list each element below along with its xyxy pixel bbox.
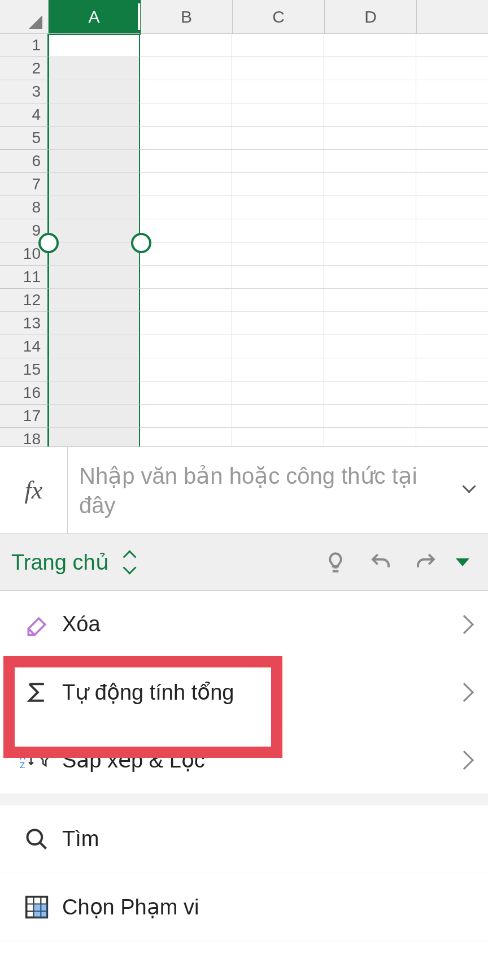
cell[interactable] xyxy=(324,335,416,358)
row-header-13[interactable]: 13 xyxy=(0,312,49,335)
ribbon-more-button[interactable] xyxy=(448,558,477,566)
cell[interactable] xyxy=(416,57,488,80)
cell[interactable] xyxy=(48,312,140,335)
cell[interactable] xyxy=(48,266,140,289)
formula-expand-button[interactable] xyxy=(454,447,488,534)
cell[interactable] xyxy=(232,405,324,428)
fx-label[interactable]: fx xyxy=(0,447,68,534)
row-header-1[interactable]: 1 xyxy=(0,34,49,57)
cell[interactable] xyxy=(232,103,324,127)
cell[interactable] xyxy=(48,219,140,242)
cell[interactable] xyxy=(140,312,232,335)
cell[interactable] xyxy=(324,358,416,381)
cell[interactable] xyxy=(140,405,232,428)
cell[interactable] xyxy=(324,312,416,335)
row-header-14[interactable]: 14 xyxy=(0,335,49,358)
column-header-next[interactable] xyxy=(417,0,488,34)
redo-button[interactable] xyxy=(403,545,448,579)
cell[interactable] xyxy=(232,80,324,103)
cell[interactable] xyxy=(48,358,140,381)
cell[interactable] xyxy=(324,242,416,266)
cell[interactable] xyxy=(416,242,488,266)
spreadsheet-grid[interactable]: ABCD 123456789101112131415161718 xyxy=(0,0,488,446)
cell[interactable] xyxy=(48,381,140,405)
cell[interactable] xyxy=(232,242,324,266)
cell[interactable] xyxy=(416,405,488,428)
row-header-12[interactable]: 12 xyxy=(0,289,49,312)
column-header-D[interactable]: D xyxy=(325,0,417,34)
cell[interactable] xyxy=(416,266,488,289)
cell[interactable] xyxy=(140,127,232,150)
cell[interactable] xyxy=(416,80,488,103)
ribbon-tab-switcher[interactable] xyxy=(119,545,142,579)
cell[interactable] xyxy=(140,173,232,196)
cell[interactable] xyxy=(48,428,140,446)
cell[interactable] xyxy=(232,173,324,196)
cell[interactable] xyxy=(416,127,488,150)
cell[interactable] xyxy=(416,358,488,381)
cell[interactable] xyxy=(324,103,416,127)
cell[interactable] xyxy=(232,34,324,57)
cell[interactable] xyxy=(324,428,416,446)
cell[interactable] xyxy=(324,381,416,405)
cell[interactable] xyxy=(140,358,232,381)
row-header-2[interactable]: 2 xyxy=(0,57,49,80)
cell[interactable] xyxy=(416,173,488,196)
formula-input[interactable]: Nhập văn bản hoặc công thức tại đây xyxy=(79,461,443,520)
column-header-B[interactable]: B xyxy=(141,0,233,34)
cell[interactable] xyxy=(232,335,324,358)
cell[interactable] xyxy=(232,428,324,446)
cell[interactable] xyxy=(416,289,488,312)
column-header-A[interactable]: A xyxy=(49,0,141,34)
cell[interactable] xyxy=(140,381,232,405)
row-header-5[interactable]: 5 xyxy=(0,127,49,150)
cell[interactable] xyxy=(140,34,232,57)
cell[interactable] xyxy=(48,405,140,428)
cell[interactable] xyxy=(140,103,232,127)
menu-item-autosum[interactable]: Tự động tính tổng xyxy=(0,658,488,726)
cell[interactable] xyxy=(416,34,488,57)
cell[interactable] xyxy=(48,34,140,57)
row-header-17[interactable]: 17 xyxy=(0,405,49,428)
cell[interactable] xyxy=(324,127,416,150)
cell[interactable] xyxy=(48,335,140,358)
selection-handle-right[interactable] xyxy=(131,233,151,253)
cell[interactable] xyxy=(140,150,232,173)
row-header-4[interactable]: 4 xyxy=(0,103,49,127)
cell[interactable] xyxy=(232,219,324,242)
cell[interactable] xyxy=(48,242,140,266)
select-all-corner[interactable] xyxy=(0,0,49,34)
cell[interactable] xyxy=(416,103,488,127)
cell[interactable] xyxy=(48,57,140,80)
cell[interactable] xyxy=(140,196,232,219)
cell[interactable] xyxy=(232,127,324,150)
cell[interactable] xyxy=(416,335,488,358)
cell[interactable] xyxy=(232,150,324,173)
menu-item-find[interactable]: Tìm xyxy=(0,805,488,873)
cell[interactable] xyxy=(324,266,416,289)
cell[interactable] xyxy=(140,335,232,358)
cell[interactable] xyxy=(324,219,416,242)
cell[interactable] xyxy=(48,103,140,127)
cell[interactable] xyxy=(416,428,488,446)
cells-area[interactable] xyxy=(49,34,488,446)
cell[interactable] xyxy=(140,428,232,446)
cell[interactable] xyxy=(140,219,232,242)
cell[interactable] xyxy=(48,196,140,219)
cell[interactable] xyxy=(232,312,324,335)
cell[interactable] xyxy=(232,196,324,219)
cell[interactable] xyxy=(232,57,324,80)
cell[interactable] xyxy=(232,358,324,381)
row-header-7[interactable]: 7 xyxy=(0,173,49,196)
cell[interactable] xyxy=(140,289,232,312)
cell[interactable] xyxy=(48,80,140,103)
cell[interactable] xyxy=(232,381,324,405)
cell[interactable] xyxy=(48,173,140,196)
menu-item-clear[interactable]: Xóa xyxy=(0,591,488,658)
cell[interactable] xyxy=(324,289,416,312)
cell[interactable] xyxy=(48,289,140,312)
cell[interactable] xyxy=(416,219,488,242)
cell[interactable] xyxy=(324,34,416,57)
cell[interactable] xyxy=(232,266,324,289)
menu-item-selrange[interactable]: Chọn Phạm vi xyxy=(0,873,488,941)
